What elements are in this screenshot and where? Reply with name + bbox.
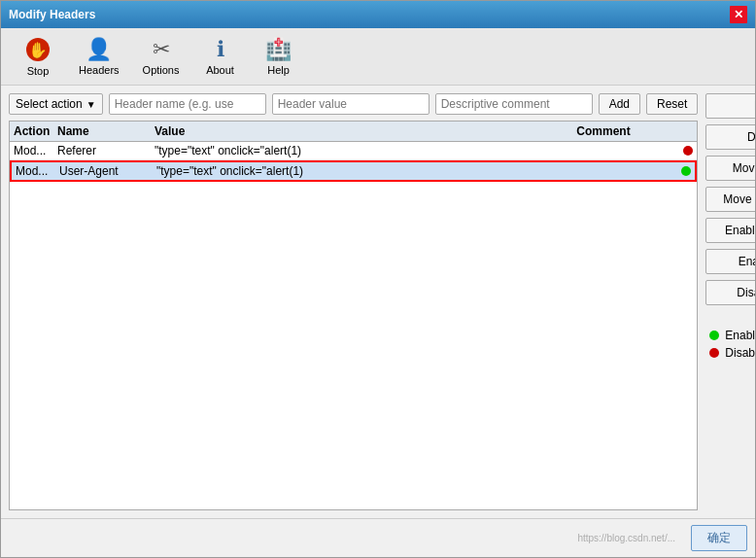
- headers-table: Action Name Value Comment Mod... Referer…: [9, 121, 698, 510]
- select-action-label: Select action: [16, 97, 83, 111]
- left-panel: Select action ▼ Add Reset Action Name Va…: [9, 93, 698, 510]
- move-to-bottom-button[interactable]: Move to Bottom: [705, 187, 755, 212]
- enabled-dot: [709, 331, 719, 340]
- help-label: Help: [267, 64, 290, 76]
- row1-name: Referer: [57, 144, 155, 157]
- col-comment-header: Comment: [576, 124, 693, 138]
- disabled-legend: Disabled: [705, 346, 755, 360]
- col-name-header: Name: [57, 124, 155, 138]
- right-panel: Edit Delete Move to Top Move to Bottom E…: [705, 93, 755, 510]
- bottom-bar: https://blog.csdn.net/... 确定: [1, 518, 755, 557]
- row2-status-dot: [681, 166, 691, 176]
- table-header: Action Name Value Comment: [10, 122, 697, 142]
- headers-button[interactable]: 👤 Headers: [67, 33, 131, 80]
- row1-value-area: "type="text" onclick="alert(1): [155, 144, 693, 157]
- select-action-button[interactable]: Select action ▼: [9, 93, 103, 115]
- main-window: Modify Headers ✕ Stop 👤 Headers ✂ Option…: [0, 0, 756, 558]
- watermark: https://blog.csdn.net/...: [577, 533, 675, 543]
- stop-button[interactable]: Stop: [9, 32, 67, 81]
- ok-button[interactable]: 确定: [691, 525, 747, 551]
- move-to-top-button[interactable]: Move to Top: [705, 156, 755, 181]
- headers-icon: 👤: [86, 37, 112, 62]
- enabled-label: Enabled: [725, 329, 755, 342]
- disabled-label: Disabled: [725, 346, 755, 360]
- row2-value: "type="text" onclick="alert(1): [156, 164, 303, 178]
- dropdown-arrow-icon: ▼: [86, 99, 96, 110]
- row1-value: "type="text" onclick="alert(1): [155, 144, 301, 157]
- stop-icon: [24, 36, 52, 63]
- options-icon: ✂: [153, 37, 170, 62]
- header-name-input[interactable]: [109, 93, 266, 115]
- enable-disable-button[interactable]: Enable/Disable: [705, 218, 755, 243]
- disable-all-button[interactable]: Disable All: [705, 280, 755, 305]
- table-body: Mod... Referer "type="text" onclick="ale…: [10, 142, 697, 509]
- options-label: Options: [143, 64, 180, 76]
- stop-label: Stop: [27, 65, 50, 77]
- help-button[interactable]: 🏥 Help: [250, 33, 308, 80]
- disabled-dot: [709, 348, 719, 358]
- table-row[interactable]: Mod... User-Agent "type="text" onclick="…: [10, 160, 697, 182]
- row2-action: Mod...: [16, 164, 59, 178]
- enable-all-button[interactable]: Enable All: [705, 249, 755, 274]
- enabled-legend: Enabled: [705, 329, 755, 342]
- edit-button[interactable]: Edit: [705, 93, 755, 119]
- col-value-header: Value: [155, 124, 576, 138]
- content-area: Select action ▼ Add Reset Action Name Va…: [1, 86, 755, 518]
- table-row[interactable]: Mod... Referer "type="text" onclick="ale…: [10, 142, 697, 160]
- headers-label: Headers: [79, 64, 120, 76]
- col-action-header: Action: [14, 124, 57, 138]
- window-title: Modify Headers: [9, 8, 95, 21]
- about-button[interactable]: ℹ About: [191, 33, 250, 80]
- title-bar: Modify Headers ✕: [1, 1, 755, 28]
- legend-area: Enabled Disabled: [705, 321, 755, 360]
- header-value-input[interactable]: [272, 93, 430, 115]
- row1-action: Mod...: [14, 144, 57, 157]
- options-button[interactable]: ✂ Options: [131, 33, 191, 80]
- help-icon: 🏥: [265, 37, 292, 62]
- reset-button[interactable]: Reset: [646, 93, 698, 115]
- row1-status-dot: [683, 146, 693, 156]
- row2-name: User-Agent: [59, 164, 156, 178]
- action-bar: Select action ▼ Add Reset: [9, 93, 698, 115]
- row2-value-area: "type="text" onclick="alert(1): [156, 164, 691, 178]
- comment-input[interactable]: [435, 93, 593, 115]
- about-label: About: [206, 64, 234, 76]
- toolbar: Stop 👤 Headers ✂ Options ℹ About 🏥 Help: [1, 28, 755, 86]
- add-button[interactable]: Add: [599, 93, 640, 115]
- close-button[interactable]: ✕: [730, 6, 747, 23]
- about-icon: ℹ: [217, 37, 224, 62]
- delete-button[interactable]: Delete: [705, 124, 755, 150]
